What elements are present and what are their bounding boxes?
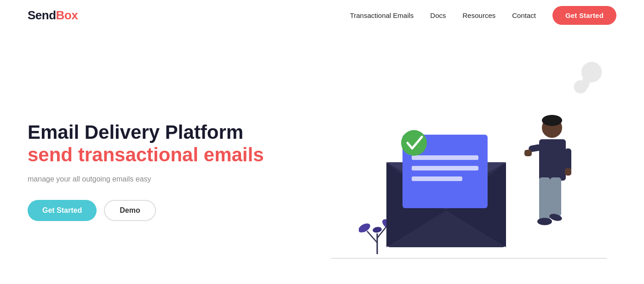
logo-box: Box — [56, 8, 78, 22]
hero-title-line2: send transactional emails — [28, 144, 264, 166]
svg-rect-23 — [565, 148, 571, 171]
hero-illustration — [331, 52, 616, 282]
deco-circles — [566, 61, 603, 98]
svg-rect-15 — [412, 166, 478, 170]
envelope-illustration — [377, 125, 524, 254]
nav-links: Transactional Emails Docs Resources Cont… — [350, 6, 616, 25]
svg-rect-25 — [539, 177, 550, 221]
person-illustration — [520, 114, 575, 256]
hero-demo-button[interactable]: Demo — [104, 200, 155, 221]
hero-subtitle: manage your all outgoing emails easy — [28, 175, 264, 183]
svg-point-27 — [537, 218, 552, 225]
nav-contact[interactable]: Contact — [512, 11, 536, 19]
nav-docs[interactable]: Docs — [430, 11, 446, 19]
svg-point-6 — [359, 222, 372, 234]
logo[interactable]: SendBox — [28, 8, 78, 23]
hero-content: Email Delivery Platform send transaction… — [28, 112, 264, 221]
nav-resources[interactable]: Resources — [463, 11, 496, 19]
svg-point-17 — [401, 130, 427, 156]
svg-point-2 — [582, 74, 590, 89]
hero-section: Email Delivery Platform send transaction… — [0, 31, 644, 284]
logo-send: Send — [28, 8, 56, 22]
nav-transactional-emails[interactable]: Transactional Emails — [350, 11, 414, 19]
hero-buttons: Get Started Demo — [28, 200, 264, 221]
svg-rect-22 — [524, 150, 532, 156]
ground-line — [331, 258, 607, 259]
svg-point-19 — [542, 115, 562, 126]
svg-rect-14 — [412, 155, 478, 160]
svg-rect-16 — [412, 176, 462, 181]
hero-get-started-button[interactable]: Get Started — [28, 200, 97, 221]
navbar: SendBox Transactional Emails Docs Resour… — [0, 0, 644, 31]
svg-rect-26 — [550, 177, 561, 216]
svg-rect-24 — [565, 168, 571, 176]
nav-get-started-button[interactable]: Get Started — [552, 6, 616, 25]
svg-line-4 — [367, 231, 377, 243]
svg-rect-20 — [539, 139, 566, 181]
hero-title-line1: Email Delivery Platform — [28, 121, 264, 143]
